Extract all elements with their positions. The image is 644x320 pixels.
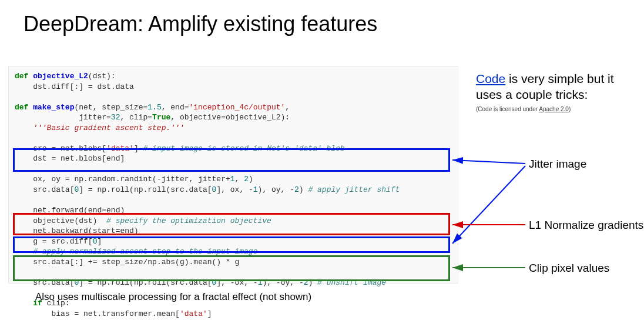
license-suffix: ) <box>569 106 571 112</box>
code-text: objective_L2): <box>226 113 290 122</box>
number: 2 <box>294 185 299 194</box>
op: = <box>88 82 93 91</box>
code-text: roll(src <box>147 185 184 194</box>
op: = <box>185 103 189 112</box>
string: 'data' <box>180 309 207 318</box>
code-text: jitter, jitter <box>162 175 226 184</box>
kw-true: True <box>152 113 170 122</box>
comment: # apply jitter shift <box>308 185 400 194</box>
dot: . <box>106 185 111 194</box>
code-text: ) <box>249 175 253 184</box>
code-text: bias <box>15 309 74 318</box>
code-text: randint( <box>120 175 156 184</box>
highlight-box-clip <box>13 255 450 281</box>
code-text: , <box>235 175 244 184</box>
op: = <box>65 175 70 184</box>
op: - <box>290 185 294 194</box>
highlight-box-unshift <box>13 236 450 253</box>
number: 2 <box>244 175 249 184</box>
code-text: data[ <box>189 185 212 194</box>
number: 1 <box>230 175 235 184</box>
apache-link[interactable]: Apache 2.0 <box>539 106 569 112</box>
number: 32 <box>111 113 120 122</box>
code-text: , clip <box>120 113 147 122</box>
label-l1: L1 Normalize gradients <box>529 219 643 232</box>
code-text: jitter <box>15 113 106 122</box>
code-text: src <box>15 185 47 194</box>
code-link[interactable]: Code <box>476 72 505 85</box>
op: + <box>226 175 230 184</box>
code-text: ) <box>299 185 308 194</box>
op: = <box>88 185 93 194</box>
op: = <box>147 113 152 122</box>
op: = <box>221 113 226 122</box>
code-text: dst.data <box>93 82 134 91</box>
code-text: (net, step_size <box>74 103 143 112</box>
fn-name: objective_L2 <box>33 72 88 81</box>
code-text: dst.diff[:] <box>15 82 88 91</box>
code-text: roll(np <box>111 185 143 194</box>
highlight-box-jitter <box>13 148 450 172</box>
dot: . <box>185 185 189 194</box>
code-text: ), oy, <box>258 185 290 194</box>
string: 'inception_4c/output' <box>189 103 286 112</box>
kw-def: def <box>15 103 33 112</box>
code-text: net <box>79 309 97 318</box>
code-text: transformer <box>102 309 152 318</box>
highlight-box-l1 <box>13 213 450 235</box>
license-note: (Code is licensed under Apache 2.0) <box>476 105 635 113</box>
kw-def: def <box>15 72 33 81</box>
op: - <box>249 185 253 194</box>
code-text: data[ <box>51 185 74 194</box>
code-text: , objective <box>170 113 221 122</box>
dot: . <box>83 175 88 184</box>
code-text: mean[ <box>157 309 180 318</box>
label-clip: Clip pixel values <box>529 262 609 275</box>
code-text: , <box>285 103 290 112</box>
code-text: , end <box>162 103 185 112</box>
code-text: (dst): <box>88 72 116 81</box>
code-text: np <box>70 175 83 184</box>
op: = <box>106 113 111 122</box>
arrow-jitter-2 <box>452 166 525 244</box>
number: 1 <box>253 185 258 194</box>
code-text: random <box>88 175 116 184</box>
dot: . <box>152 309 157 318</box>
footer-note: Also uses multiscale processing for a fr… <box>35 291 311 303</box>
op: - <box>157 175 162 184</box>
code-text: ] <box>79 185 88 194</box>
label-jitter: Jitter image <box>529 158 586 171</box>
fn-name: make_step <box>33 103 74 112</box>
number: 1.5 <box>147 103 161 112</box>
code-text: np <box>93 185 106 194</box>
code-text: ] <box>207 309 212 318</box>
rhs-description: Code is very simple but it uses a couple… <box>476 71 635 113</box>
code-text: ], ox, <box>216 185 249 194</box>
code-text: ox, oy <box>15 175 65 184</box>
arrow-jitter-1 <box>452 160 525 164</box>
license-prefix: (Code is licensed under <box>476 106 539 112</box>
docstring: '''Basic gradient ascent step.''' <box>15 124 185 132</box>
page-title: DeepDream: Amplify existing features <box>24 12 377 36</box>
